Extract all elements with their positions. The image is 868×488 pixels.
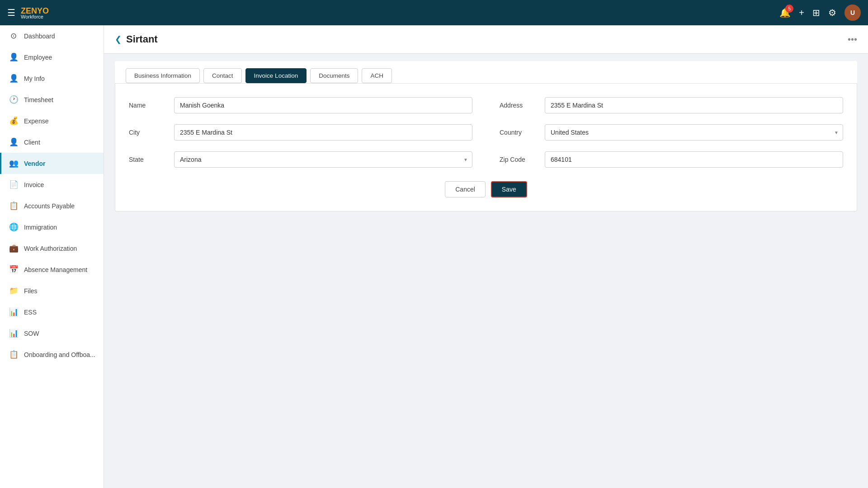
sidebar-item-accounts-payable[interactable]: 📋 Accounts Payable xyxy=(0,195,104,216)
address-label: Address xyxy=(500,102,545,109)
logo: ZENYO Workforce xyxy=(21,6,49,19)
timesheet-icon: 🕐 xyxy=(9,95,19,104)
sidebar-item-label: Accounts Payable xyxy=(24,202,75,210)
grid-icon[interactable]: ⊞ xyxy=(812,7,820,18)
avatar[interactable]: U xyxy=(844,5,861,21)
tab-invoice-location[interactable]: Invoice Location xyxy=(245,68,307,83)
topnav-left: ☰ ZENYO Workforce xyxy=(7,6,49,19)
sidebar-item-label: Files xyxy=(24,287,38,295)
sidebar-item-label: Dashboard xyxy=(24,33,55,40)
country-field-row: Country United States Canada Mexico Unit… xyxy=(500,124,843,141)
country-select-wrapper: United States Canada Mexico United Kingd… xyxy=(545,124,843,141)
form-actions: Cancel Save xyxy=(129,181,843,197)
page-header: ❮ Sirtant ••• xyxy=(104,25,868,54)
sidebar-item-my-info[interactable]: 👤 My Info xyxy=(0,68,104,89)
sidebar-item-label: Client xyxy=(24,139,40,146)
employee-icon: 👤 xyxy=(9,52,19,62)
sidebar-item-immigration[interactable]: 🌐 Immigration xyxy=(0,216,104,238)
state-select-wrapper: Arizona California Texas New York Florid… xyxy=(174,151,472,168)
add-icon[interactable]: + xyxy=(799,8,804,18)
sidebar-item-label: Onboarding and Offboa... xyxy=(24,351,95,358)
back-button[interactable]: ❮ xyxy=(115,34,122,44)
sidebar-item-sow[interactable]: 📊 SOW xyxy=(0,323,104,344)
settings-icon[interactable]: ⚙ xyxy=(828,7,836,18)
main-content: ❮ Sirtant ••• Business Information Conta… xyxy=(104,25,868,488)
sidebar-item-label: Vendor xyxy=(24,160,45,167)
page-header-left: ❮ Sirtant xyxy=(115,33,158,45)
country-label: Country xyxy=(500,129,545,136)
sow-icon: 📊 xyxy=(9,328,19,338)
tab-ach[interactable]: ACH xyxy=(362,68,392,83)
sidebar-item-dashboard[interactable]: ⊙ Dashboard xyxy=(0,25,104,47)
city-label: City xyxy=(129,129,174,136)
form-card: Name City State Arizona California xyxy=(115,84,857,211)
sidebar-item-label: Absence Management xyxy=(24,266,87,273)
sidebar-item-files[interactable]: 📁 Files xyxy=(0,280,104,301)
city-field-row: City xyxy=(129,124,472,141)
dashboard-icon: ⊙ xyxy=(9,31,19,41)
sidebar-item-ess[interactable]: 📊 ESS xyxy=(0,301,104,323)
address-input[interactable] xyxy=(545,97,843,113)
files-icon: 📁 xyxy=(9,286,19,296)
sidebar-item-label: Employee xyxy=(24,54,52,61)
sidebar: ⊙ Dashboard 👤 Employee 👤 My Info 🕐 Times… xyxy=(0,25,104,488)
tab-documents[interactable]: Documents xyxy=(310,68,358,83)
notification-badge: 5 xyxy=(785,5,793,13)
sidebar-item-label: Expense xyxy=(24,117,48,125)
sidebar-item-label: Work Authorization xyxy=(24,245,77,252)
sidebar-item-label: SOW xyxy=(24,330,39,337)
ess-icon: 📊 xyxy=(9,307,19,317)
client-icon: 👤 xyxy=(9,137,19,147)
sidebar-item-invoice[interactable]: 📄 Invoice xyxy=(0,174,104,195)
sidebar-item-label: ESS xyxy=(24,309,37,316)
sidebar-item-employee[interactable]: 👤 Employee xyxy=(0,47,104,68)
hamburger-menu-icon[interactable]: ☰ xyxy=(7,7,15,18)
save-button[interactable]: Save xyxy=(491,181,527,197)
more-options-button[interactable]: ••• xyxy=(848,34,857,45)
form-grid: Name City State Arizona California xyxy=(129,97,843,168)
state-field-row: State Arizona California Texas New York … xyxy=(129,151,472,168)
zip-label: Zip Code xyxy=(500,156,545,163)
sidebar-item-label: Timesheet xyxy=(24,96,53,103)
vendor-icon: 👥 xyxy=(9,159,19,168)
cancel-button[interactable]: Cancel xyxy=(445,181,486,197)
sidebar-item-label: My Info xyxy=(24,75,45,82)
name-field-row: Name xyxy=(129,97,472,113)
name-input[interactable] xyxy=(174,97,472,113)
city-input[interactable] xyxy=(174,124,472,141)
country-select[interactable]: United States Canada Mexico United Kingd… xyxy=(545,124,843,141)
zip-input[interactable] xyxy=(545,151,843,168)
sidebar-item-label: Invoice xyxy=(24,181,44,188)
state-label: State xyxy=(129,156,174,163)
absence-icon: 📅 xyxy=(9,265,19,274)
sidebar-item-work-authorization[interactable]: 💼 Work Authorization xyxy=(0,238,104,259)
onboarding-icon: 📋 xyxy=(9,350,19,359)
tab-contact[interactable]: Contact xyxy=(203,68,242,83)
expense-icon: 💰 xyxy=(9,116,19,126)
invoice-icon: 📄 xyxy=(9,180,19,189)
state-select[interactable]: Arizona California Texas New York Florid… xyxy=(174,151,472,168)
tabs-container: Business Information Contact Invoice Loc… xyxy=(115,61,857,84)
zip-field-row: Zip Code xyxy=(500,151,843,168)
tab-business-information[interactable]: Business Information xyxy=(126,68,200,83)
address-field-row: Address xyxy=(500,97,843,113)
work-auth-icon: 💼 xyxy=(9,244,19,253)
accounts-payable-icon: 📋 xyxy=(9,201,19,211)
sidebar-item-onboarding[interactable]: 📋 Onboarding and Offboa... xyxy=(0,344,104,365)
name-label: Name xyxy=(129,102,174,109)
top-navigation: ☰ ZENYO Workforce 🔔 5 + ⊞ ⚙ U xyxy=(0,0,868,25)
sidebar-item-timesheet[interactable]: 🕐 Timesheet xyxy=(0,89,104,110)
sidebar-item-label: Immigration xyxy=(24,224,57,231)
notification-icon[interactable]: 🔔 5 xyxy=(779,7,791,18)
sidebar-item-expense[interactable]: 💰 Expense xyxy=(0,110,104,131)
page-title: Sirtant xyxy=(126,33,158,45)
my-info-icon: 👤 xyxy=(9,74,19,83)
sidebar-item-vendor[interactable]: 👥 Vendor xyxy=(0,153,104,174)
sidebar-item-client[interactable]: 👤 Client xyxy=(0,131,104,153)
topnav-right: 🔔 5 + ⊞ ⚙ U xyxy=(779,5,861,21)
immigration-icon: 🌐 xyxy=(9,222,19,232)
sidebar-item-absence-management[interactable]: 📅 Absence Management xyxy=(0,259,104,280)
